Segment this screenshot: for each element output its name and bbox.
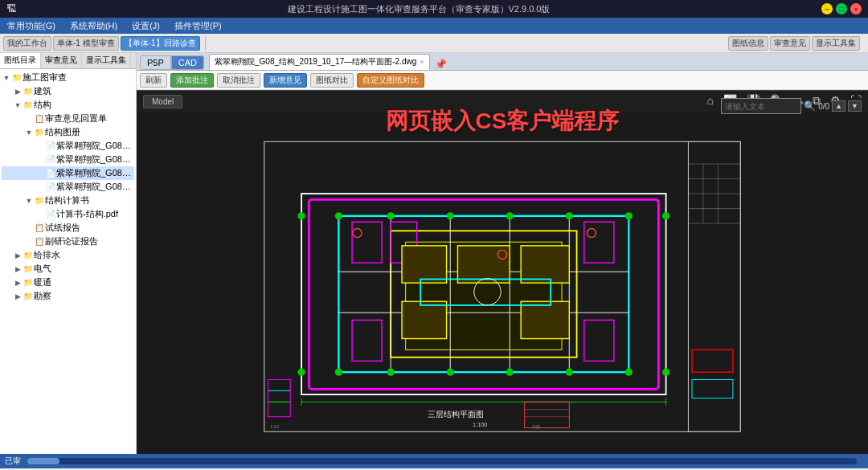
status-text: 已审 — [5, 456, 21, 467]
cad-view: 网页嵌入CS客户端程序 🔍 0/0 ▲ ▼ — [137, 90, 868, 454]
file-tab-close-icon[interactable]: × — [420, 58, 424, 66]
svg-point-37 — [297, 212, 305, 219]
window-controls: ─ □ × — [821, 3, 862, 14]
svg-point-46 — [335, 369, 342, 376]
search-icon[interactable]: 🔍 — [804, 100, 816, 112]
tree-item-13[interactable]: 📋副研论证报告 — [2, 235, 134, 248]
custom-compare-button[interactable]: 自定义图纸对比 — [357, 73, 424, 88]
tree-item-8[interactable]: 📄紫翠翱翔院_G08_结构_2019_10_1... — [2, 166, 134, 180]
compare-button[interactable]: 图纸对比 — [310, 73, 354, 88]
tree-item-9[interactable]: 📄紫翠翱翔院_G08_结构_2019_10_1... — [2, 180, 134, 194]
tree-node-icon: 📁 — [34, 128, 45, 137]
tree-item-10[interactable]: ▼📁结构计算书 — [2, 194, 134, 207]
cad-tab-button[interactable]: CAD — [171, 55, 204, 70]
display-tools-button[interactable]: 显示工具集 — [812, 36, 860, 51]
tree-item-11[interactable]: 📄计算书-结构.pdf — [2, 207, 134, 221]
file-tab-1[interactable]: 紫翠翱翔院_G08_结构_2019_10_17—结构平面图-2.dwg × — [209, 54, 429, 70]
tree-node-icon: 📁 — [11, 73, 23, 82]
status-bar: 已审 — [0, 454, 868, 468]
tree-item-16[interactable]: ▶📁暖通 — [2, 276, 134, 289]
search-count: 0/0 — [818, 102, 829, 111]
search-next-button[interactable]: ▼ — [848, 100, 862, 112]
svg-point-45 — [297, 369, 305, 376]
tree-arrow-icon: ▶ — [13, 292, 23, 300]
title-bar: 🏗 建设工程设计施工图一体化审查服务平台（审查专家版）V2.9.0.0版 ─ □… — [0, 0, 868, 18]
svg-text:三层结构平面图: 三层结构平面图 — [428, 410, 484, 419]
tree-node-icon: 📁 — [23, 87, 34, 96]
tree-item-7[interactable]: 📄紫翠翱翔院_G08_结构_2019_10_1... — [2, 153, 134, 166]
tree-node-icon: 📁 — [34, 196, 45, 205]
tree-node-icon: 📄 — [45, 182, 56, 191]
drawing-info-button[interactable]: 图纸信息 — [728, 36, 768, 51]
svg-point-51 — [625, 369, 633, 376]
tree-node-label: 勘察 — [34, 290, 134, 302]
cad-search-input[interactable] — [721, 98, 801, 114]
menu-bar: 常用功能(G) 系统帮助(H) 设置(J) 插件管理(P) — [0, 18, 868, 34]
tab-drawing-list[interactable]: 图纸目录 — [0, 53, 41, 68]
svg-rect-28 — [457, 246, 510, 283]
tree-node-icon: 📋 — [34, 223, 45, 232]
tree-node-label: 计算书-结构.pdf — [56, 208, 134, 220]
tree-node-label: 结构图册 — [45, 126, 134, 138]
tree-item-17[interactable]: ▶📁勘察 — [2, 289, 134, 303]
new-opinion-button[interactable]: 新增意见 — [264, 73, 307, 88]
tree-item-15[interactable]: ▶📁电气 — [2, 262, 134, 276]
app-title: 建设工程设计施工图一体化审查服务平台（审查专家版）V2.9.0.0版 — [16, 3, 821, 15]
menu-item-features[interactable]: 常用功能(G) — [5, 20, 58, 32]
search-prev-button[interactable]: ▲ — [832, 100, 845, 112]
tree-item-14[interactable]: ▶📁给排水 — [2, 248, 134, 262]
svg-point-39 — [387, 212, 395, 219]
tree-node-label: 结构 — [34, 99, 134, 111]
menu-item-settings[interactable]: 设置(J) — [129, 20, 162, 32]
tree-arrow-icon: ▼ — [24, 129, 34, 137]
status-scrollbar[interactable] — [27, 458, 857, 464]
tree-arrow-icon: ▶ — [13, 279, 23, 287]
tree-node-icon: 📁 — [23, 278, 34, 287]
tree-item-12[interactable]: 📋试纸报告 — [2, 221, 134, 235]
circuit-diagnosis-button[interactable]: 【单体-1】回路诊查 — [121, 36, 200, 51]
svg-rect-27 — [402, 246, 447, 283]
tree-item-1[interactable]: ▼📁施工图审查 — [2, 71, 134, 84]
tree-item-3[interactable]: ▼📁结构 — [2, 98, 134, 112]
home-icon[interactable]: ⌂ — [707, 94, 714, 109]
svg-text:详图: 详图 — [532, 424, 540, 429]
add-note-button[interactable]: 添加批注 — [170, 73, 214, 88]
tree-arrow-icon: ▶ — [13, 88, 23, 96]
cancel-note-button[interactable]: 取消批注 — [217, 73, 260, 88]
svg-point-47 — [387, 369, 395, 376]
minimize-button[interactable]: ─ — [821, 3, 833, 14]
tree-node-icon: 📄 — [45, 210, 56, 219]
tab-display-tools[interactable]: 显示工具集 — [82, 53, 131, 68]
model-tab-button[interactable]: Model — [143, 95, 182, 108]
tree-node-icon: 📁 — [23, 100, 34, 109]
p5p-tab-button[interactable]: P5P — [140, 55, 171, 70]
tree-item-6[interactable]: 📄紫翠翱翔院_G08_结构_2019_10_17-... — [2, 139, 134, 153]
tree-node-icon: 📋 — [34, 114, 45, 123]
tree-item-2[interactable]: ▶📁建筑 — [2, 84, 134, 98]
svg-point-49 — [506, 369, 514, 376]
tree-item-4[interactable]: 📋审查意见回置单 — [2, 112, 134, 125]
workbench-button[interactable]: 我的工作台 — [3, 36, 51, 51]
svg-point-40 — [447, 212, 454, 219]
review-opinion-button[interactable]: 审查意见 — [770, 36, 810, 51]
close-button[interactable]: × — [850, 3, 862, 14]
refresh-button[interactable]: 刷新 — [140, 73, 167, 88]
tab-review-opinions[interactable]: 审查意见 — [41, 53, 82, 68]
tree-item-5[interactable]: ▼📁结构图册 — [2, 125, 134, 139]
tree-arrow-icon: ▼ — [2, 74, 11, 82]
tree-arrow-icon: ▶ — [13, 251, 23, 260]
toolbar-group-right: 图纸信息 审查意见 显示工具集 — [728, 36, 865, 51]
svg-text:1:100: 1:100 — [473, 421, 488, 428]
svg-rect-29 — [521, 246, 569, 283]
svg-rect-31 — [521, 301, 569, 338]
maximize-button[interactable]: □ — [836, 3, 847, 14]
menu-item-help[interactable]: 系统帮助(H) — [68, 20, 120, 32]
model-review-button[interactable]: 单体-1 模型审查 — [53, 36, 119, 51]
tree-node-label: 电气 — [34, 263, 134, 275]
menu-item-plugins[interactable]: 插件管理(P) — [172, 20, 224, 32]
app-icon: 🏗 — [6, 3, 16, 14]
tree-node-icon: 📄 — [45, 155, 56, 164]
svg-point-48 — [447, 369, 454, 376]
tree-arrow-icon: ▶ — [13, 265, 23, 273]
tree-node-label: 试纸报告 — [45, 222, 134, 234]
